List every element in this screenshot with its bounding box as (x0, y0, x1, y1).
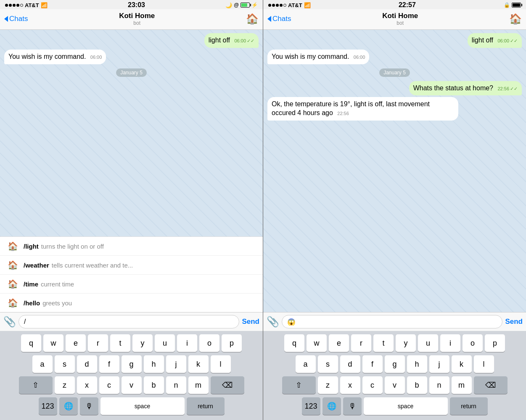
right-key-x[interactable]: x (340, 376, 360, 394)
left-text-input[interactable] (19, 315, 239, 328)
left-attach-icon[interactable]: 📎 (3, 316, 16, 328)
right-key-m[interactable]: m (452, 376, 472, 394)
left-signal (5, 4, 23, 7)
right-key-f[interactable]: f (362, 355, 383, 373)
right-carrier: AT&T (288, 2, 302, 8)
right-key-space[interactable]: space (364, 397, 448, 415)
left-command-hello-icon: 🏠 (6, 298, 19, 308)
right-key-g[interactable]: g (385, 355, 405, 373)
left-key-w[interactable]: w (43, 334, 63, 352)
right-key-k[interactable]: k (452, 355, 472, 373)
left-key-f[interactable]: f (99, 355, 119, 373)
right-home-icon[interactable]: 🏠 (509, 13, 522, 25)
left-key-g[interactable]: g (122, 355, 142, 373)
left-key-u[interactable]: u (155, 334, 175, 352)
left-key-l[interactable]: l (211, 355, 231, 373)
left-key-globe[interactable]: 🌐 (59, 397, 78, 415)
left-key-d[interactable]: d (77, 355, 97, 373)
left-key-shift[interactable]: ⇧ (19, 376, 53, 394)
left-bubble-1-text: light off (209, 37, 230, 44)
right-attach-icon[interactable]: 📎 (267, 316, 279, 328)
left-key-q[interactable]: q (21, 334, 41, 352)
right-key-t[interactable]: t (373, 334, 394, 352)
left-key-t[interactable]: t (110, 334, 130, 352)
right-key-n[interactable]: n (429, 376, 449, 394)
right-bubble-4-text: Ok, the temperature is 19°, light is off… (272, 100, 430, 116)
right-key-mic[interactable]: 🎙 (343, 397, 362, 415)
right-key-e[interactable]: e (329, 334, 349, 352)
left-key-m[interactable]: m (188, 376, 209, 394)
left-home-icon[interactable]: 🏠 (246, 13, 259, 25)
right-key-c[interactable]: c (362, 376, 383, 394)
left-key-y[interactable]: y (132, 334, 153, 352)
left-key-v[interactable]: v (122, 376, 142, 394)
left-key-space[interactable]: space (100, 397, 185, 415)
right-kb-row-1: q w e r t y u i o p (264, 334, 525, 352)
right-key-b[interactable]: b (407, 376, 427, 394)
right-key-p[interactable]: p (485, 334, 505, 352)
left-key-h[interactable]: h (144, 355, 164, 373)
right-bubble-1-text: light off (472, 37, 493, 44)
right-key-return[interactable]: return (450, 397, 488, 415)
left-key-return[interactable]: return (187, 397, 225, 415)
left-key-c[interactable]: c (99, 376, 119, 394)
left-key-s[interactable]: s (55, 355, 75, 373)
left-key-k[interactable]: k (188, 355, 209, 373)
right-battery-icon (512, 3, 521, 8)
left-command-time[interactable]: 🏠 /time current time (0, 275, 263, 294)
left-key-delete[interactable]: ⌫ (211, 376, 244, 394)
right-kb-row-3: ⇧ z x c v b n m ⌫ (264, 376, 525, 394)
left-command-hello[interactable]: 🏠 /hello greets you (0, 294, 263, 312)
left-nav-title-main: Koti Home (119, 12, 155, 20)
right-key-a[interactable]: a (296, 355, 316, 373)
right-key-u[interactable]: u (418, 334, 438, 352)
right-key-q[interactable]: q (284, 334, 304, 352)
right-key-j[interactable]: j (429, 355, 449, 373)
left-key-e[interactable]: e (66, 334, 86, 352)
right-key-r[interactable]: r (351, 334, 371, 352)
right-key-i[interactable]: i (440, 334, 460, 352)
left-key-z[interactable]: z (55, 376, 75, 394)
left-kb-row-1: q w e r t y u i o p (1, 334, 262, 352)
right-lock-icon: 🔒 (504, 2, 510, 8)
left-key-i[interactable]: i (177, 334, 197, 352)
left-key-j[interactable]: j (166, 355, 186, 373)
right-key-v[interactable]: v (385, 376, 405, 394)
left-command-weather-desc: tells current weather and te... (52, 262, 133, 269)
right-key-l[interactable]: l (474, 355, 494, 373)
left-input-bar: 📎 Send (0, 312, 263, 331)
left-key-o[interactable]: o (199, 334, 219, 352)
right-key-d[interactable]: d (340, 355, 360, 373)
left-key-b[interactable]: b (144, 376, 164, 394)
right-key-shift[interactable]: ⇧ (282, 376, 316, 394)
left-kb-row-2: a s d f g h j k l (1, 355, 262, 373)
left-key-123[interactable]: 123 (39, 397, 57, 415)
left-keyboard: q w e r t y u i o p a s d f g h j k l ⇧ … (0, 331, 263, 420)
left-key-n[interactable]: n (166, 376, 186, 394)
right-key-o[interactable]: o (463, 334, 483, 352)
right-key-delete[interactable]: ⌫ (474, 376, 507, 394)
right-key-globe[interactable]: 🌐 (322, 397, 341, 415)
right-key-123[interactable]: 123 (302, 397, 320, 415)
left-send-button[interactable]: Send (242, 318, 259, 326)
left-command-weather[interactable]: 🏠 /weather tells current weather and te.… (0, 256, 263, 275)
right-send-button[interactable]: Send (505, 318, 523, 326)
right-key-s[interactable]: s (318, 355, 338, 373)
right-date-badge: January 5 (379, 68, 410, 77)
right-key-h[interactable]: h (407, 355, 427, 373)
left-key-p[interactable]: p (222, 334, 242, 352)
right-back-button[interactable]: Chats (267, 15, 291, 23)
right-text-input[interactable] (282, 315, 502, 328)
right-back-label: Chats (272, 15, 291, 23)
left-key-x[interactable]: x (77, 376, 97, 394)
right-key-w[interactable]: w (307, 334, 327, 352)
left-key-a[interactable]: a (32, 355, 53, 373)
left-key-mic[interactable]: 🎙 (80, 397, 98, 415)
right-key-z[interactable]: z (318, 376, 338, 394)
right-key-y[interactable]: y (396, 334, 416, 352)
left-command-time-icon: 🏠 (6, 279, 19, 289)
left-key-r[interactable]: r (88, 334, 108, 352)
left-command-light[interactable]: 🏠 /light turns the light on or off (0, 237, 263, 256)
left-bubble-2-time: 06:00 (90, 54, 102, 60)
left-back-button[interactable]: Chats (4, 15, 28, 23)
